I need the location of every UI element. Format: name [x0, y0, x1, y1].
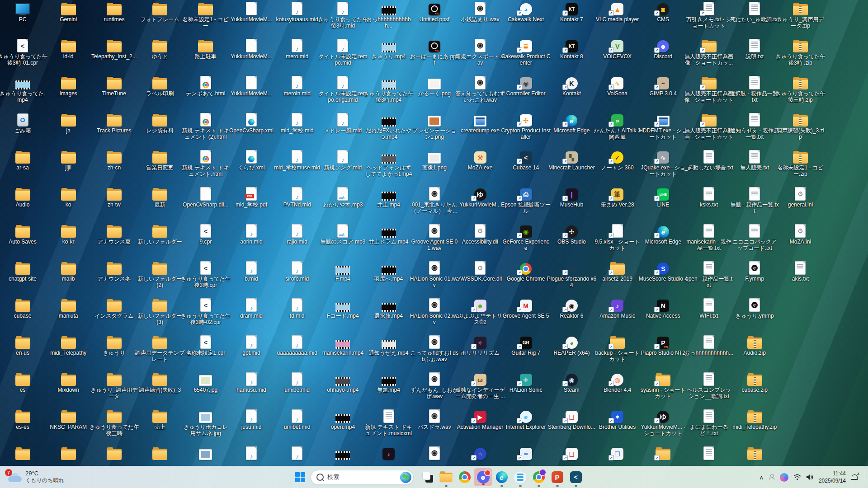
notification-bell-icon[interactable]: Z: [851, 474, 858, 481]
desktop-icon[interactable]: おっhhhhhhhhhhh...: [684, 335, 734, 357]
taskbar-app-file-explorer[interactable]: [437, 466, 455, 488]
desktop-icon[interactable]: ✣↗Crypton Product Installer: [501, 113, 551, 140]
desktop-icon[interactable]: ♪メドレー風.mid: [318, 113, 368, 134]
desktop-icon[interactable]: GR↗Guitar Rig 7: [501, 335, 551, 357]
desktop-icon[interactable]: HALion Sonic 01.wav: [410, 261, 459, 288]
desktop-icon[interactable]: 小銭詰まり.wav: [455, 2, 505, 23]
show-desktop-button[interactable]: [865, 471, 865, 483]
desktop-icon[interactable]: ar-sa: [0, 150, 47, 171]
desktop-icon[interactable]: ♪uaaaaaaaaa.mid: [272, 335, 322, 357]
desktop-icon[interactable]: ≣↗Cakewalk Product Center: [501, 39, 551, 66]
taskbar-app-discord[interactable]: ☻: [474, 468, 492, 486]
desktop-icon[interactable]: id-id: [43, 39, 93, 60]
desktop-icon[interactable]: Audio: [0, 187, 47, 208]
desktop-icon[interactable]: ヘッドフォンはずしててよがっt.mp4: [364, 150, 414, 177]
desktop-icon[interactable]: ↗Google Chrome: [501, 261, 551, 282]
desktop-icon[interactable]: ラベル印刷: [135, 76, 185, 97]
desktop-icon[interactable]: e↗Microsoft Edge: [638, 224, 688, 245]
desktop-icon[interactable]: jijii: [43, 150, 93, 171]
desktop-icon[interactable]: ▚↗Minecraft Launcher: [547, 150, 596, 171]
desktop-icon[interactable]: ko: [43, 187, 93, 208]
desktop-icon[interactable]: かるーく.png: [410, 76, 459, 97]
desktop-icon[interactable]: ▲↗VLC media player: [593, 2, 642, 23]
desktop-icon[interactable]: [684, 446, 734, 461]
desktop-icon[interactable]: zh-tw: [89, 187, 139, 208]
desktop-icon[interactable]: きゅうり.mp4: [364, 39, 414, 60]
desktop-icon[interactable]: manisekarin.mp4: [318, 335, 368, 357]
desktop-icon[interactable]: NT2Untitled.ppsf: [410, 2, 459, 23]
desktop-icon[interactable]: ♪hamusu.mid: [226, 372, 276, 394]
desktop-icon[interactable]: ∿↗VoiSona: [593, 76, 642, 97]
desktop-icon[interactable]: [135, 446, 185, 461]
desktop-icon[interactable]: 筆↗筆まめ Ver.28: [593, 187, 642, 208]
desktop-icon[interactable]: Mixdown: [43, 372, 93, 394]
desktop-icon[interactable]: cubase: [0, 298, 47, 319]
desktop-icon[interactable]: es: [0, 372, 47, 394]
desktop-icon[interactable]: バスドラ.wav: [410, 409, 459, 431]
desktop-icon[interactable]: open - 親作品一覧.txt: [684, 261, 734, 288]
desktop-icon[interactable]: V↗VOICEVOX: [593, 39, 642, 60]
desktop-icon[interactable]: アナウンス冬: [89, 261, 139, 282]
desktop-icon[interactable]: ↗無人販売不正行為画像 - ショートカッ...: [684, 39, 734, 66]
desktop-icon[interactable]: ↗無人販売不正行為動画 - ショートカット: [684, 113, 734, 140]
desktop-icon[interactable]: ↗airset2-2019: [593, 261, 642, 282]
desktop-icon[interactable]: WIFI.txt: [684, 298, 734, 319]
desktop-icon[interactable]: ♪rajio.mid: [272, 224, 322, 245]
taskbar-app-streaming-app[interactable]: [511, 466, 529, 488]
desktop-icon[interactable]: F.mp4: [318, 261, 368, 282]
desktop-icon[interactable]: 最新: [135, 187, 185, 208]
desktop-icon[interactable]: 井上.mp4: [364, 187, 414, 208]
desktop-icon[interactable]: createdump.exe: [455, 113, 505, 134]
desktop-icon[interactable]: PC: [0, 2, 47, 23]
desktop-icon[interactable]: ❏↗: [547, 446, 596, 461]
desktop-icon[interactable]: きゅうり食ってた午後三時.zip: [775, 76, 825, 103]
desktop-icon[interactable]: ♪PVTNd.mid: [272, 187, 322, 208]
desktop-icon[interactable]: テンポあて.html: [181, 76, 231, 97]
desktop-icon[interactable]: ◍↗Blender 4.4: [593, 372, 642, 394]
desktop-icon[interactable]: 新規 テキスト ドキュメント (2).html: [181, 113, 231, 140]
desktop-icon[interactable]: open.mp4: [318, 409, 368, 431]
desktop-icon[interactable]: sfz↗Plogue sforzando x64: [547, 261, 596, 288]
desktop-icon[interactable]: 65407.jpg: [181, 372, 231, 394]
desktop-icon[interactable]: ✓↗ノートン 360: [593, 150, 642, 171]
desktop-icon[interactable]: ksks.txt: [684, 187, 734, 208]
desktop-icon[interactable]: KT↗Kontakt 7: [547, 2, 596, 23]
desktop-icon[interactable]: 新規エクスポート.wav: [455, 39, 505, 66]
desktop-icon[interactable]: 井上ドラム.mp4: [364, 224, 414, 245]
desktop-icon[interactable]: [318, 446, 368, 461]
desktop-icon[interactable]: Gemini: [43, 2, 93, 23]
desktop-icon[interactable]: ohhayo-.mp4: [318, 372, 368, 394]
desktop-icon[interactable]: ゆ↗YukkuriMovieM... - ショートカット: [638, 409, 688, 436]
taskbar-app-google-chrome-profile[interactable]: [529, 466, 548, 488]
desktop-icon[interactable]: 調声練習(失敗)_3.zip: [775, 113, 825, 140]
desktop-icon[interactable]: NKSC_PARAM: [43, 409, 93, 431]
desktop-icon[interactable]: ↗syasinn - ショートカット: [638, 372, 688, 399]
desktop-icon[interactable]: es-es: [0, 409, 47, 431]
desktop-icon[interactable]: ♪td.mid: [272, 298, 322, 319]
desktop-icon[interactable]: こってゅhdすおf dsbふぉ.wav: [410, 335, 459, 362]
desktop-icon[interactable]: [181, 446, 231, 461]
desktop-icon[interactable]: ♪: [364, 446, 414, 461]
desktop-icon[interactable]: Audio.zip: [730, 335, 779, 357]
taskbar-weather-widget[interactable]: 7 29°C くもりのち晴れ: [5, 466, 68, 488]
desktop-icon[interactable]: <きゅうり食ってた午後3時.cpr: [181, 261, 231, 288]
desktop-icon[interactable]: S↗MuseScore Studio 4: [638, 261, 688, 282]
desktop-icon[interactable]: ⚙general.ini: [775, 187, 825, 208]
desktop-icon[interactable]: 無題 - 親作品一覧.txt: [730, 187, 779, 214]
start-button[interactable]: [292, 468, 309, 486]
desktop-icon[interactable]: 選択肢.mp4: [364, 298, 414, 319]
tray-people-icon[interactable]: [769, 474, 775, 480]
desktop-icon[interactable]: KT↗Kontakt 8: [547, 39, 596, 60]
desktop-icon[interactable]: ko-kr: [43, 224, 93, 245]
desktop-icon[interactable]: ♪meroin.mid: [272, 76, 322, 97]
desktop-icon[interactable]: 通知うぜえ - 親作品一覧.txt: [730, 113, 779, 140]
desktop-icon[interactable]: ❙↗MuseHub: [547, 187, 596, 208]
desktop-icon[interactable]: 001_東北きりたん（ノーマル）_今じゃ...: [410, 187, 459, 214]
desktop-icon[interactable]: N↗Native Access: [638, 298, 688, 319]
desktop-icon[interactable]: _起動しない場合.txt: [684, 150, 734, 171]
desktop-icon[interactable]: ••↗GIMP 3.0.4: [638, 76, 688, 97]
desktop-icon[interactable]: TimeTune: [89, 76, 139, 97]
desktop-icon[interactable]: ♪↗Amazon Music: [593, 298, 642, 319]
desktop-icon[interactable]: 新規 テキスト ドキュメント.html: [181, 150, 231, 177]
desktop-icon[interactable]: ☻↗ぷよぷよ™テトリス®2: [455, 298, 505, 325]
